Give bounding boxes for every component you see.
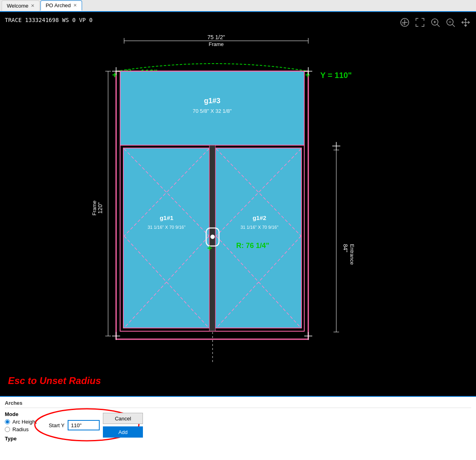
drawing-svg: 75 1/2" Frame 84" Entrance 120" Frame Y … (0, 12, 476, 396)
svg-text:R: 76 1/4": R: 76 1/4" (236, 242, 269, 250)
start-y-label: Start Y (49, 422, 65, 428)
tab-po-arched-label: PO Arched (46, 2, 71, 8)
tab-welcome[interactable]: Welcome ✕ (2, 0, 40, 11)
svg-text:Frame: Frame (209, 41, 224, 47)
radio-arc-height-input[interactable] (5, 419, 10, 424)
svg-text:+: + (207, 243, 213, 253)
svg-point-45 (211, 235, 215, 239)
start-y-input[interactable] (68, 420, 100, 430)
bottom-panel: Arches Mode Arc Height Radius Type (0, 396, 476, 460)
svg-text:75 1/2": 75 1/2" (207, 34, 225, 40)
tab-welcome-label: Welcome (7, 3, 28, 9)
svg-rect-33 (123, 148, 209, 328)
svg-text:Esc to Unset Radius: Esc to Unset Radius (8, 375, 101, 386)
add-button[interactable]: Add (103, 426, 143, 438)
svg-text:84": 84" (342, 244, 349, 252)
radio-arc-height[interactable]: Arc Height (5, 419, 37, 425)
radio-radius-label: Radius (12, 426, 28, 432)
svg-text:Entrance: Entrance (349, 244, 355, 265)
radio-group: Arc Height Radius (5, 419, 37, 432)
panel-title: Arches (5, 400, 471, 408)
input-buttons-area: Start Y Cancel Add (49, 413, 143, 438)
svg-text:Y = 110": Y = 110" (320, 71, 352, 80)
type-label: Type (5, 436, 37, 442)
buttons-col: Cancel Add (103, 413, 143, 438)
radio-arc-height-label: Arc Height (12, 419, 37, 425)
svg-rect-34 (215, 148, 301, 328)
svg-text:120": 120" (97, 202, 103, 214)
mode-section: Mode Arc Height Radius Type (5, 411, 37, 443)
svg-text:31 1/16" X 70 9/16": 31 1/16" X 70 9/16" (148, 225, 186, 230)
svg-text:70 5/8" X 32 1/8": 70 5/8" X 32 1/8" (193, 108, 232, 114)
svg-text:g1#3: g1#3 (204, 97, 220, 105)
tab-welcome-close[interactable]: ✕ (31, 3, 34, 8)
svg-text:g1#1: g1#1 (160, 214, 173, 221)
start-y-row: Start Y Cancel Add (49, 413, 143, 438)
tab-po-arched[interactable]: PO Arched ✕ (40, 0, 82, 11)
radio-radius-input[interactable] (5, 427, 10, 432)
svg-text:31 1/16" X 70 9/16": 31 1/16" X 70 9/16" (241, 225, 279, 230)
mode-label: Mode (5, 411, 37, 417)
radio-radius[interactable]: Radius (5, 426, 37, 432)
svg-text:g1#2: g1#2 (253, 214, 266, 221)
canvas-area: TRACE 1333241698 WS 0 VP 0 m (0, 12, 476, 396)
tab-bar: Welcome ✕ PO Arched ✕ (0, 0, 476, 12)
input-area: Start Y Cancel Add (49, 413, 143, 438)
tab-po-arched-close[interactable]: ✕ (73, 3, 77, 8)
svg-text:Frame: Frame (91, 200, 97, 216)
cancel-button[interactable]: Cancel (103, 413, 143, 424)
